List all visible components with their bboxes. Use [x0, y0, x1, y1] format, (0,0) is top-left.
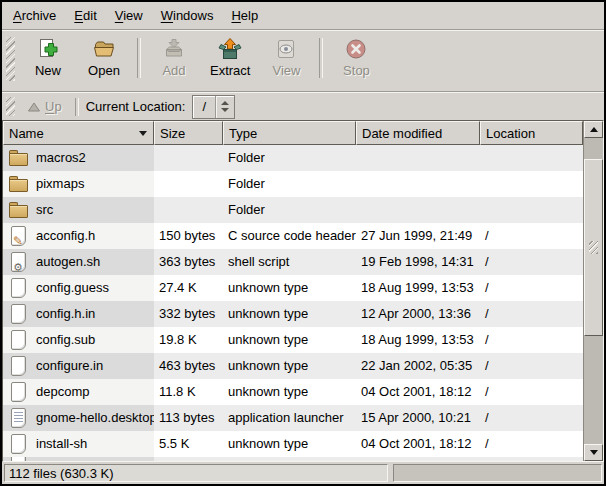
- table-header: Name Size Type Date modified Location: [3, 121, 583, 145]
- file-list-main: Name Size Type Date modified Location ma…: [3, 121, 583, 461]
- menu-view[interactable]: View: [106, 4, 152, 27]
- toolbar-button-label: Extract: [210, 63, 250, 78]
- column-header-name[interactable]: Name: [3, 121, 154, 145]
- document-icon: [9, 434, 29, 454]
- cell-name: acconfig.h: [3, 223, 154, 249]
- extract-button[interactable]: Extract: [202, 34, 258, 81]
- cell-date-modified: 04 Oct 2001, 18:12: [356, 431, 480, 457]
- current-location-label: Current Location:: [86, 99, 186, 114]
- table-row[interactable]: autogen.sh 363 bytes shell script 19 Feb…: [3, 249, 583, 275]
- cell-name: depcomp: [3, 379, 154, 405]
- menu-windows[interactable]: Windows: [152, 4, 223, 27]
- vertical-scrollbar: [583, 121, 603, 461]
- document-icon: [9, 356, 29, 376]
- file-name-text: config.h.in: [36, 301, 95, 327]
- cell-size: 332 bytes: [154, 301, 223, 327]
- cell-location: /: [480, 431, 583, 457]
- open-archive-icon: [92, 37, 116, 61]
- location-bar-grip-handle[interactable]: [6, 97, 15, 116]
- scroll-down-arrow-icon: [590, 450, 598, 455]
- up-button: Up: [21, 97, 68, 116]
- cell-name: pixmaps: [3, 171, 154, 197]
- cell-name: macros2: [3, 145, 154, 171]
- cell-size: 463 bytes: [154, 353, 223, 379]
- table-row[interactable]: install-sh 5.5 K unknown type 04 Oct 200…: [3, 431, 583, 457]
- file-name-text: depcomp: [36, 379, 89, 405]
- cell-name: configure.in: [3, 353, 154, 379]
- cell-name: config.guess: [3, 275, 154, 301]
- cell-location: [480, 145, 583, 171]
- table-row[interactable]: configure.in 463 bytes unknown type 22 J…: [3, 353, 583, 379]
- table-row[interactable]: config.h.in 332 bytes unknown type 12 Ap…: [3, 301, 583, 327]
- scrollbar-track[interactable]: [584, 138, 603, 444]
- cell-type: unknown type: [223, 353, 356, 379]
- cell-type: [223, 457, 356, 461]
- cell-type: Folder: [223, 197, 356, 223]
- document-icon: [9, 382, 29, 402]
- table-row[interactable]: config.guess 27.4 K unknown type 18 Aug …: [3, 275, 583, 301]
- table-row[interactable]: gnome-hello.desktop 113 bytes applicatio…: [3, 405, 583, 431]
- launcher-icon: [9, 408, 29, 428]
- toolbar-grip-handle[interactable]: [6, 37, 15, 81]
- table-row[interactable]: acconfig.h 150 bytes C source code heade…: [3, 223, 583, 249]
- cell-location: [480, 197, 583, 223]
- scrollbar-thumb[interactable]: [584, 159, 603, 336]
- table-row[interactable]: pixmaps Folder: [3, 171, 583, 197]
- cell-size: [154, 171, 223, 197]
- toolbar-button-label: Stop: [343, 63, 370, 78]
- scroll-down-button[interactable]: [584, 444, 603, 461]
- view-button: View: [258, 34, 314, 81]
- cell-name: install-sh: [3, 431, 154, 457]
- table-row[interactable]: depcomp 11.8 K unknown type 04 Oct 2001,…: [3, 379, 583, 405]
- column-header-type[interactable]: Type: [223, 121, 356, 145]
- file-list: Name Size Type Date modified Location ma…: [2, 120, 604, 462]
- cell-date-modified: 18 Aug 1999, 13:53: [356, 327, 480, 353]
- file-name-text: pixmaps: [36, 171, 84, 197]
- status-bar: 112 files (630.3 K): [2, 462, 604, 484]
- cell-type: Folder: [223, 145, 356, 171]
- cell-location: /: [480, 327, 583, 353]
- cell-size: 150 bytes: [154, 223, 223, 249]
- cell-date-modified: 18 Aug 1999, 13:53: [356, 275, 480, 301]
- cell-size: 113 bytes: [154, 405, 223, 431]
- toolbar-separator: [319, 38, 323, 78]
- cell-name: [3, 457, 154, 461]
- dropdown-arrow-icon[interactable]: [215, 96, 234, 118]
- cell-size: [154, 457, 223, 461]
- column-header-location[interactable]: Location: [480, 121, 583, 145]
- document-icon: [9, 278, 29, 298]
- open-button[interactable]: Open: [76, 34, 132, 81]
- menu-help[interactable]: Help: [222, 4, 267, 27]
- cell-date-modified: [356, 171, 480, 197]
- file-name-text: gnome-hello.desktop: [36, 405, 154, 431]
- scroll-up-button[interactable]: [584, 121, 603, 138]
- cell-type: C source code header: [223, 223, 356, 249]
- up-arrow-icon: [27, 100, 41, 114]
- cell-date-modified: 27 Jun 1999, 21:49: [356, 223, 480, 249]
- location-combo[interactable]: /: [192, 95, 235, 119]
- table-row[interactable]: config.sub 19.8 K unknown type 18 Aug 19…: [3, 327, 583, 353]
- menu-edit[interactable]: Edit: [65, 4, 105, 27]
- table-row[interactable]: src Folder: [3, 197, 583, 223]
- cell-name: config.h.in: [3, 301, 154, 327]
- cell-size: 19.8 K: [154, 327, 223, 353]
- cell-date-modified: [356, 197, 480, 223]
- new-button[interactable]: New: [20, 34, 76, 81]
- file-name-text: config.sub: [36, 327, 95, 353]
- cell-size: [154, 145, 223, 171]
- table-row-partial[interactable]: [3, 457, 583, 461]
- status-message-panel: 112 files (630.3 K): [4, 464, 388, 482]
- status-progress-area: [393, 464, 602, 482]
- column-header-date-modified[interactable]: Date modified: [356, 121, 480, 145]
- cell-type: unknown type: [223, 301, 356, 327]
- table-row[interactable]: macros2 Folder: [3, 145, 583, 171]
- cell-name: src: [3, 197, 154, 223]
- table-body: macros2 Folder pixmaps Folder src Folder…: [3, 145, 583, 461]
- column-header-size[interactable]: Size: [154, 121, 223, 145]
- cell-name: config.sub: [3, 327, 154, 353]
- scrollbar-grip-icon: [589, 241, 598, 254]
- view-file-icon: [274, 37, 298, 61]
- menu-archive[interactable]: Archive: [4, 4, 65, 27]
- extract-icon: [218, 37, 242, 61]
- cell-type: application launcher: [223, 405, 356, 431]
